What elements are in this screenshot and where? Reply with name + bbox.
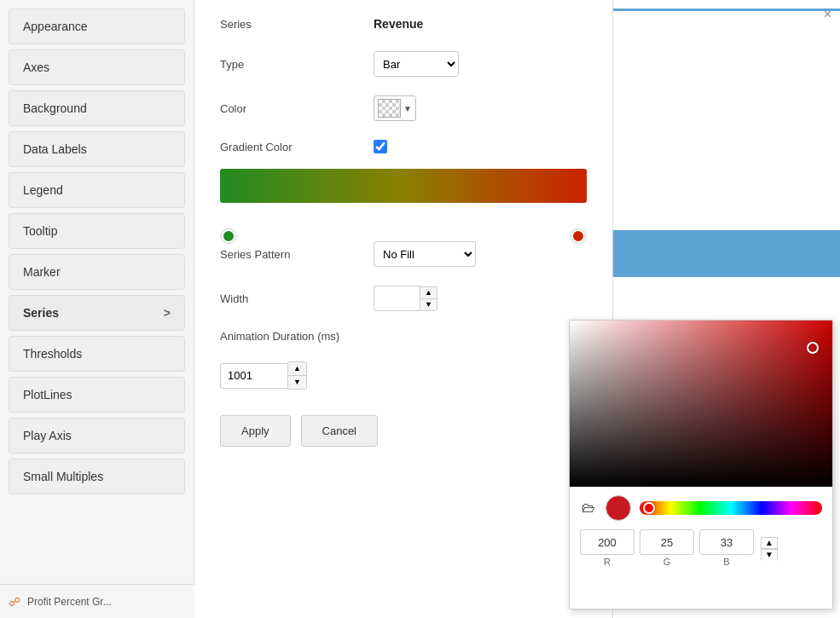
b-label: B [723, 557, 729, 567]
sidebar-item-label: Axes [23, 61, 49, 74]
sidebar-item-label: Thresholds [23, 347, 82, 361]
color-swatch-button[interactable]: ▼ [374, 95, 416, 121]
series-row: Series Revenue [220, 17, 587, 31]
sidebar-item-play-axis[interactable]: Play Axis [9, 418, 185, 453]
sidebar-item-label: Play Axis [23, 429, 72, 442]
cancel-button[interactable]: Cancel [301, 415, 378, 447]
color-label: Color [220, 102, 374, 115]
sidebar-item-label: Legend [23, 183, 63, 197]
gradient-color-checkbox[interactable] [374, 140, 387, 153]
gradient-handle-left[interactable] [222, 229, 235, 243]
animation-input-wrapper: ▲ ▼ [220, 361, 587, 390]
type-row: Type Bar Line Area Scatter [220, 51, 587, 77]
sidebar-item-legend[interactable]: Legend [9, 172, 185, 208]
sidebar-item-thresholds[interactable]: Thresholds [9, 336, 185, 372]
gradient-color-label: Gradient Color [220, 141, 374, 153]
width-increment-button[interactable]: ▲ [420, 287, 437, 299]
series-value: Revenue [374, 17, 423, 31]
type-select[interactable]: Bar Line Area Scatter [374, 51, 459, 77]
animation-label: Animation Duration (ms) [220, 330, 374, 343]
main-panel: Series Revenue Type Bar Line Area Scatte… [194, 0, 612, 618]
sidebar: AppearanceAxesBackgroundData LabelsLegen… [0, 0, 194, 618]
eyedropper-button[interactable]: 🗁 [580, 499, 597, 517]
sidebar-item-appearance[interactable]: Appearance [9, 9, 185, 44]
sidebar-item-data-labels[interactable]: Data Labels [9, 131, 185, 167]
animation-decrement-button[interactable]: ▼ [288, 376, 306, 389]
width-input[interactable] [374, 286, 420, 311]
g-input[interactable] [640, 529, 694, 555]
rgb-arrows: ▲ ▼ [761, 537, 778, 560]
swatch-pattern [378, 99, 401, 118]
sidebar-item-label: Data Labels [23, 142, 87, 156]
series-pattern-select-wrapper: No Fill Solid Diagonal Cross [374, 241, 587, 267]
sidebar-item-label: Background [23, 101, 87, 115]
hue-rainbow-track[interactable] [640, 501, 822, 515]
type-select-wrapper: Bar Line Area Scatter [374, 51, 587, 77]
color-row: Color ▼ [220, 95, 587, 121]
bottom-bar[interactable]: ☍ Profit Percent Gr... [0, 584, 194, 618]
gradient-bar [220, 169, 587, 203]
width-spinner: ▲ ▼ [420, 286, 437, 311]
color-picker-overlay: 🗁 R G B ▲ ▼ [569, 320, 833, 609]
b-input-group: B [699, 529, 754, 567]
width-input-wrapper: ▲ ▼ [374, 286, 587, 311]
series-pattern-row: Series Pattern No Fill Solid Diagonal Cr… [220, 241, 587, 267]
width-label: Width [220, 292, 374, 305]
sidebar-item-axes[interactable]: Axes [9, 49, 185, 85]
sidebar-item-label: Tooltip [23, 224, 57, 238]
apply-button[interactable]: Apply [220, 415, 291, 447]
rgb-increment-button[interactable]: ▲ [761, 537, 778, 549]
type-label: Type [220, 58, 374, 71]
chart-icon: ☍ [9, 595, 20, 609]
animation-increment-button[interactable]: ▲ [288, 362, 306, 376]
b-input[interactable] [699, 529, 754, 555]
sidebar-item-label: Appearance [23, 20, 88, 33]
animation-spinner: ▲ ▼ [288, 361, 307, 390]
close-button[interactable]: × [824, 7, 831, 22]
g-label: G [663, 557, 671, 567]
sidebar-item-plotlines[interactable]: PlotLines [9, 377, 185, 413]
r-input-group: R [580, 529, 634, 567]
bottom-bar-label: Profit Percent Gr... [27, 596, 112, 608]
sidebar-item-label: Marker [23, 265, 61, 279]
button-row: Apply Cancel [220, 415, 587, 447]
hue-slider-row: 🗁 [570, 487, 832, 526]
series-label: Series [220, 18, 374, 31]
width-decrement-button[interactable]: ▼ [420, 299, 437, 310]
gradient-bar-container [220, 169, 587, 226]
r-input[interactable] [580, 529, 634, 555]
r-label: R [604, 557, 611, 567]
series-pattern-select[interactable]: No Fill Solid Diagonal Cross [374, 241, 476, 267]
chart-blue-bar [613, 230, 840, 277]
sidebar-item-marker[interactable]: Marker [9, 254, 185, 290]
color-gradient-canvas[interactable] [570, 321, 833, 487]
sidebar-item-arrow: > [164, 306, 171, 320]
animation-duration-row: Animation Duration (ms) [220, 330, 587, 343]
rgb-inputs-row: R G B ▲ ▼ [570, 526, 832, 574]
sidebar-item-series[interactable]: Series> [9, 295, 185, 331]
gradient-handle-right[interactable] [571, 229, 585, 243]
sidebar-item-background[interactable]: Background [9, 90, 185, 126]
sidebar-item-label: Small Multiples [23, 470, 103, 483]
g-input-group: G [640, 529, 694, 567]
rgb-decrement-button[interactable]: ▼ [761, 549, 778, 560]
gradient-color-row: Gradient Color [220, 140, 587, 153]
chart-top-line [613, 9, 840, 11]
width-row: Width ▲ ▼ [220, 286, 587, 311]
series-pattern-label: Series Pattern [220, 248, 374, 261]
color-preview-circle [605, 495, 631, 521]
gradient-handles-row [220, 205, 587, 226]
hue-rainbow-thumb[interactable] [643, 502, 655, 514]
sidebar-item-tooltip[interactable]: Tooltip [9, 213, 185, 249]
sidebar-item-label: Series [23, 306, 59, 320]
sidebar-item-small-multiples[interactable]: Small Multiples [9, 459, 185, 494]
sidebar-item-label: PlotLines [23, 388, 72, 401]
animation-input[interactable] [220, 363, 288, 389]
color-gradient-handle[interactable] [807, 342, 819, 354]
swatch-dropdown-icon: ▼ [403, 104, 412, 113]
color-swatch-wrapper: ▼ [374, 95, 587, 121]
